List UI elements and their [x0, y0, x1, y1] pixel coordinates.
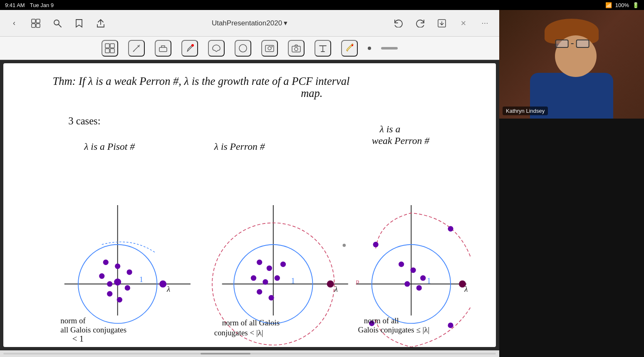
- svg-text:3 cases:: 3 cases:: [68, 115, 100, 126]
- svg-rect-9: [105, 49, 109, 53]
- svg-point-19: [352, 45, 353, 46]
- svg-rect-10: [110, 49, 114, 53]
- svg-point-33: [99, 273, 104, 279]
- main-toolbar: ‹: [0, 10, 499, 37]
- eraser-tool-button[interactable]: [155, 40, 171, 57]
- video-frame: Kathryn Lindsey: [499, 10, 644, 119]
- svg-point-51: [275, 275, 280, 281]
- svg-rect-0: [32, 19, 35, 23]
- svg-point-80: [343, 244, 346, 247]
- svg-point-39: [159, 280, 166, 288]
- camera-tool-button[interactable]: [288, 40, 305, 57]
- wifi-icon: 📶: [605, 2, 612, 8]
- svg-text:norm of all: norm of all: [364, 316, 399, 325]
- whiteboard: Thm: If λ is a weak Perron #, λ is the g…: [3, 63, 496, 347]
- svg-text:λ is a: λ is a: [379, 124, 401, 134]
- svg-point-49: [251, 275, 256, 281]
- close-button[interactable]: ×: [456, 16, 471, 31]
- svg-rect-8: [110, 44, 114, 48]
- svg-text:1: 1: [139, 275, 143, 284]
- photo-tool-button[interactable]: [261, 40, 278, 57]
- svg-text:map.: map.: [301, 87, 322, 99]
- svg-point-15: [268, 47, 271, 50]
- back-button[interactable]: ‹: [7, 16, 22, 31]
- svg-text:all Galois conjugates: all Galois conjugates: [60, 325, 126, 334]
- svg-text:λ: λ: [334, 285, 338, 293]
- svg-point-12: [191, 44, 194, 47]
- svg-point-37: [107, 291, 112, 296]
- svg-rect-3: [36, 24, 40, 27]
- svg-point-4: [54, 20, 59, 25]
- svg-text:1: 1: [291, 276, 295, 285]
- redo-button[interactable]: [413, 16, 428, 31]
- share-button[interactable]: [93, 16, 108, 31]
- bookmark-button[interactable]: [72, 16, 87, 31]
- shape-tool-button[interactable]: [235, 40, 251, 57]
- svg-rect-1: [36, 19, 40, 23]
- date-display: Tue Jan 9: [30, 2, 54, 8]
- svg-point-13: [239, 45, 247, 52]
- search-button[interactable]: [50, 16, 65, 31]
- pencil-tool-button[interactable]: [128, 40, 145, 57]
- title-dropdown-icon: ▾: [284, 19, 287, 27]
- svg-point-54: [327, 280, 334, 288]
- highlighter-tool-button[interactable]: [341, 40, 358, 57]
- status-bar: 9:41 AM Tue Jan 9 📶 100% 🔋: [0, 0, 644, 10]
- svg-line-5: [59, 25, 61, 27]
- export-button[interactable]: [434, 16, 449, 31]
- undo-button[interactable]: [391, 16, 406, 31]
- video-rest-area: [499, 119, 644, 357]
- svg-point-60: [448, 226, 453, 231]
- lasso-tool-button[interactable]: [208, 40, 225, 57]
- svg-point-46: [257, 260, 262, 265]
- svg-point-62: [399, 261, 404, 267]
- document-title[interactable]: UtahPresentation2020 ▾: [212, 19, 287, 27]
- svg-text:λ: λ: [166, 285, 170, 293]
- svg-point-31: [115, 263, 120, 269]
- grid-view-button[interactable]: [28, 16, 43, 31]
- drawing-toolbar: [0, 37, 499, 60]
- svg-point-69: [448, 322, 453, 328]
- svg-text:λ: λ: [464, 285, 468, 293]
- time-display: 9:41 AM: [5, 2, 25, 8]
- svg-text:Galois conjugates ≤ |λ|: Galois conjugates ≤ |λ|: [358, 325, 429, 334]
- svg-point-18: [295, 47, 298, 51]
- svg-text:1: 1: [427, 276, 431, 285]
- svg-text:norm of all Galois: norm of all Galois: [222, 318, 280, 327]
- svg-point-38: [117, 297, 122, 302]
- svg-text:< 1: < 1: [72, 334, 84, 344]
- svg-rect-7: [105, 44, 109, 48]
- svg-rect-11: [159, 47, 167, 52]
- svg-point-30: [103, 260, 109, 265]
- svg-point-65: [404, 281, 410, 287]
- svg-text:p: p: [356, 278, 359, 285]
- svg-point-61: [373, 242, 378, 247]
- svg-text:weak Perron #: weak Perron #: [372, 135, 430, 146]
- svg-text:Thm: If λ is a weak Perron #, : Thm: If λ is a weak Perron #, λ is the g…: [52, 75, 349, 87]
- svg-point-53: [268, 295, 274, 300]
- svg-point-64: [420, 275, 426, 281]
- stroke-size-indicator: [381, 47, 398, 50]
- battery-display: 100%: [615, 2, 629, 8]
- text-tool-button[interactable]: [315, 40, 331, 57]
- svg-point-50: [263, 279, 268, 285]
- svg-text:conjugates < |λ|: conjugates < |λ|: [214, 328, 263, 337]
- svg-point-48: [280, 261, 286, 267]
- video-panel: Kathryn Lindsey: [499, 10, 644, 357]
- svg-rect-2: [32, 24, 35, 27]
- svg-point-66: [416, 285, 422, 290]
- more-options-button[interactable]: ···: [478, 16, 493, 31]
- svg-point-34: [107, 281, 112, 287]
- dot-size-indicator: [368, 47, 371, 50]
- svg-text:norm of: norm of: [60, 316, 86, 325]
- svg-text:λ is a Pisot #: λ is a Pisot #: [84, 141, 135, 152]
- svg-point-36: [125, 285, 130, 290]
- svg-text:λ is Perron #: λ is Perron #: [214, 141, 265, 152]
- grid-tool-button[interactable]: [102, 40, 118, 57]
- scroll-bar-area: [0, 350, 499, 357]
- svg-point-16: [272, 46, 273, 47]
- svg-point-32: [126, 269, 132, 275]
- svg-point-63: [410, 268, 416, 273]
- battery-icon: 🔋: [632, 2, 639, 8]
- pen-tool-button[interactable]: [181, 40, 198, 57]
